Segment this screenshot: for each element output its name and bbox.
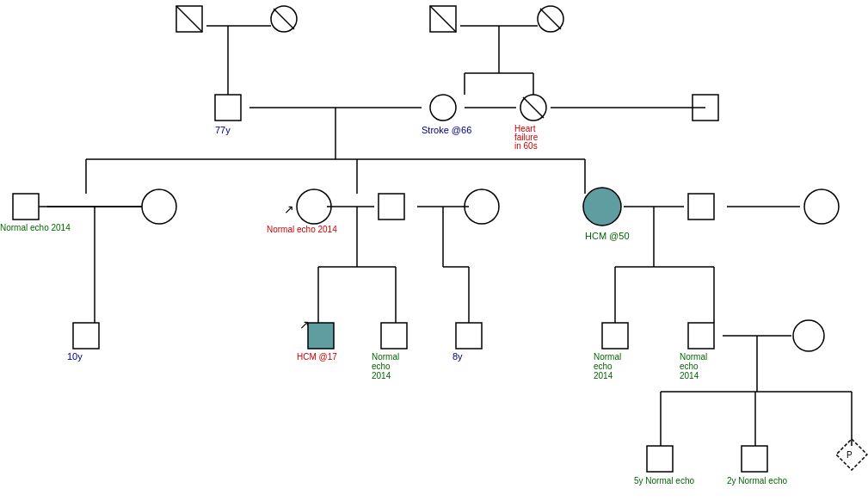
svg-line-40 [176, 6, 202, 32]
svg-line-50 [523, 97, 544, 118]
svg-text:2014: 2014 [680, 371, 699, 380]
svg-rect-64 [688, 194, 714, 220]
svg-point-62 [465, 189, 499, 224]
svg-text:echo: echo [594, 362, 613, 371]
svg-text:2014: 2014 [372, 371, 391, 380]
svg-rect-47 [215, 95, 241, 121]
svg-rect-57 [13, 194, 39, 220]
svg-point-48 [430, 95, 456, 121]
svg-text:77y: 77y [215, 125, 231, 135]
svg-point-63 [583, 188, 621, 226]
svg-text:echo: echo [680, 362, 699, 371]
svg-text:echo: echo [372, 362, 391, 371]
svg-point-76 [793, 320, 824, 351]
svg-rect-69 [73, 323, 99, 349]
svg-text:Normal: Normal [372, 352, 399, 362]
svg-rect-89 [647, 446, 673, 472]
pedigree-chart: 77y Stroke @66 Heart failure in 60s ↗ No… [0, 0, 868, 501]
svg-rect-72 [381, 323, 407, 349]
svg-text:Normal: Normal [594, 352, 621, 362]
svg-rect-90 [742, 446, 767, 472]
svg-text:10y: 10y [67, 351, 83, 362]
svg-text:HCM @17: HCM @17 [297, 352, 337, 362]
svg-text:↗: ↗ [284, 202, 294, 216]
svg-rect-74 [602, 323, 628, 349]
pedigree-svg: 77y Stroke @66 Heart failure in 60s ↗ No… [0, 0, 868, 501]
svg-rect-61 [379, 194, 404, 220]
svg-text:5y Normal echo: 5y Normal echo [634, 476, 694, 486]
svg-text:in 60s: in 60s [514, 141, 538, 151]
svg-point-65 [804, 189, 839, 224]
svg-rect-71 [308, 323, 334, 349]
svg-text:8y: 8y [452, 351, 463, 362]
svg-text:Stroke @66: Stroke @66 [422, 125, 471, 135]
svg-text:2014: 2014 [594, 371, 613, 380]
svg-line-46 [540, 9, 561, 29]
svg-text:HCM @50: HCM @50 [585, 231, 630, 241]
svg-rect-75 [688, 323, 714, 349]
svg-text:Normal echo 2014: Normal echo 2014 [0, 223, 71, 232]
svg-point-60 [297, 189, 331, 224]
svg-point-58 [142, 189, 176, 224]
svg-text:Normal echo 2014: Normal echo 2014 [267, 225, 337, 234]
svg-text:2y Normal echo: 2y Normal echo [727, 476, 787, 486]
svg-rect-73 [456, 323, 482, 349]
svg-line-42 [274, 9, 294, 29]
svg-line-44 [430, 6, 456, 32]
svg-text:P: P [846, 450, 853, 460]
svg-text:Normal: Normal [680, 352, 707, 362]
